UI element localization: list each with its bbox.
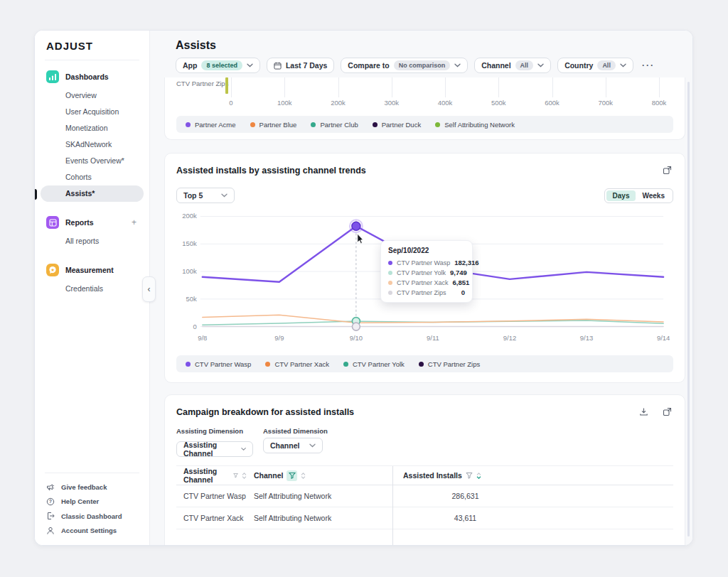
legend-item-self-attributing-network[interactable]: Self Attributing Network: [435, 121, 515, 129]
svg-text:0: 0: [193, 323, 197, 330]
app-filter-badge: 8 selected: [201, 60, 242, 70]
tooltip-dot: [388, 271, 392, 275]
app-filter[interactable]: App 8 selected: [176, 58, 260, 73]
table-row[interactable]: CTV Partner WaspSelf Attributing Network…: [176, 485, 673, 507]
chevron-down-icon: [241, 447, 246, 451]
tooltip-value: 182,316: [454, 259, 478, 266]
divider: [45, 473, 139, 473]
svg-text:150k: 150k: [182, 239, 197, 247]
sidebar-section-measurement[interactable]: ★ Measurement: [41, 259, 144, 281]
filter-bar: App 8 selected Last 7 Days Compare to No…: [176, 58, 685, 73]
table-cell: 43,611: [392, 514, 673, 522]
scroll-content[interactable]: CTV Partner Zips 0100k200k300k400k500k60…: [150, 77, 692, 545]
give-feedback-button[interactable]: Give feedback: [41, 480, 144, 495]
svg-text:100k: 100k: [182, 267, 197, 275]
footer-label: Account Settings: [61, 527, 117, 534]
top-n-select[interactable]: Top 5: [176, 188, 235, 203]
breakdown-card-header: Campaign breakdown for assisted installs: [176, 406, 673, 418]
x-tick-label: 800k: [643, 99, 675, 107]
sidebar-item-skadnetwork[interactable]: SKAdNetwork: [41, 136, 144, 153]
table-row[interactable]: CTV Partner XackSelf Attributing Network…: [176, 507, 673, 529]
legend-item-partner-club[interactable]: Partner Club: [311, 121, 358, 129]
gridline: [338, 77, 339, 97]
legend-item-ctv-partner-xack[interactable]: CTV Partner Xack: [265, 360, 329, 368]
tooltip-value: 0: [461, 288, 465, 296]
legend-label: Partner Acme: [195, 121, 236, 129]
filter-icon[interactable]: [233, 472, 238, 479]
toggle-days[interactable]: Days: [606, 190, 636, 201]
tooltip-row: CTV Partner Wasp182,316: [388, 259, 465, 266]
assisted-dimension-select[interactable]: Channel: [263, 438, 323, 453]
legend-dot: [265, 362, 270, 367]
sidebar-item-monetization[interactable]: Monetization: [41, 120, 144, 136]
sidebar-item-credentials[interactable]: Credentials: [41, 281, 144, 297]
footer-label: Classic Dashboard: [61, 512, 122, 520]
sidebar-item-user-acquisition[interactable]: User Acquisition: [41, 104, 144, 120]
x-tick-label: 100k: [269, 99, 300, 107]
gridline: [552, 77, 553, 97]
legend-item-ctv-partner-yolk[interactable]: CTV Partner Yolk: [343, 360, 405, 368]
sort-desc-icon[interactable]: [476, 473, 481, 479]
legend-dot: [186, 362, 191, 367]
legend-label: Partner Blue: [259, 121, 297, 129]
filter-icon[interactable]: [466, 472, 473, 479]
sidebar-item-all-reports[interactable]: All reports: [41, 233, 144, 249]
bar-zips[interactable]: [225, 77, 228, 94]
legend-item-partner-blue[interactable]: Partner Blue: [250, 121, 297, 129]
legend-dot: [311, 122, 316, 127]
sidebar-item-events-overview[interactable]: Events Overview*: [41, 153, 144, 169]
sort-icon[interactable]: [242, 473, 247, 479]
legend-label: CTV Partner Yolk: [353, 360, 405, 368]
add-report-button[interactable]: +: [132, 217, 138, 227]
legend-item-ctv-partner-zips[interactable]: CTV Partner Zips: [419, 360, 480, 368]
page-title: Assists: [176, 39, 685, 52]
select-value: Assisting Channel: [183, 441, 235, 458]
toggle-weeks[interactable]: Weeks: [636, 190, 671, 201]
sidebar-collapse-button[interactable]: ‹: [142, 276, 156, 302]
sidebar-section-reports[interactable]: Reports +: [41, 212, 144, 233]
help-center-button[interactable]: ? Help Center: [41, 495, 144, 509]
chevron-down-icon: [309, 443, 316, 448]
sort-icon[interactable]: [301, 473, 306, 479]
filter-active-icon[interactable]: [287, 470, 297, 481]
line-chart[interactable]: 050k100k150k200k9/89/99/109/119/129/139/…: [176, 207, 673, 350]
scrollbar[interactable]: [687, 82, 690, 536]
dimension-label: Assisting Dimension: [176, 427, 253, 435]
classic-dashboard-button[interactable]: Classic Dashboard: [41, 509, 144, 524]
sidebar-item-assists[interactable]: Assists*: [41, 185, 144, 202]
channel-filter[interactable]: Channel All: [474, 58, 551, 73]
country-filter[interactable]: Country All: [557, 58, 633, 73]
legend-label: CTV Partner Xack: [274, 360, 329, 368]
x-tick-label: 700k: [590, 99, 621, 107]
gridline: [392, 77, 392, 97]
sidebar-footer: Give feedback ? Help Center Classic Dash…: [35, 473, 149, 545]
svg-text:9/12: 9/12: [503, 334, 516, 342]
tooltip-series-name: CTV Partner Xack: [397, 279, 449, 286]
expand-icon[interactable]: [661, 164, 673, 176]
page-header: Assists App 8 selected Last 7 Days Compa…: [150, 31, 692, 77]
column-channel: Channel: [247, 470, 392, 481]
tooltip-dot: [388, 281, 392, 285]
sidebar-item-overview[interactable]: Overview: [41, 87, 144, 104]
expand-icon[interactable]: [661, 406, 673, 418]
filter-label: Country: [564, 61, 593, 70]
bar-category-label: CTV Partner Zips: [176, 77, 231, 97]
account-settings-button[interactable]: Account Settings: [41, 524, 144, 539]
download-icon[interactable]: [638, 406, 650, 418]
sidebar-item-cohorts[interactable]: Cohorts: [41, 169, 144, 185]
x-tick-label: 600k: [537, 99, 568, 107]
legend-item-partner-duck[interactable]: Partner Duck: [373, 121, 421, 129]
sidebar-section-dashboards[interactable]: Dashboards: [41, 66, 144, 87]
sidebar-nav: Dashboards OverviewUser AcquisitionMonet…: [35, 60, 149, 297]
legend-item-partner-acme[interactable]: Partner Acme: [186, 121, 236, 129]
dashboards-icon: [46, 70, 59, 83]
date-range-filter[interactable]: Last 7 Days: [267, 58, 334, 73]
legend-label: CTV Partner Wasp: [195, 360, 251, 368]
more-filters-button[interactable]: ···: [640, 60, 657, 70]
assisting-dimension-select[interactable]: Assisting Channel: [176, 441, 253, 457]
compare-filter[interactable]: Compare to No comparison: [341, 58, 468, 73]
legend-item-ctv-partner-wasp[interactable]: CTV Partner Wasp: [186, 360, 251, 368]
gridline: [498, 77, 499, 97]
country-filter-badge: All: [597, 60, 616, 70]
tooltip-date: Sep/10/2022: [388, 247, 465, 254]
